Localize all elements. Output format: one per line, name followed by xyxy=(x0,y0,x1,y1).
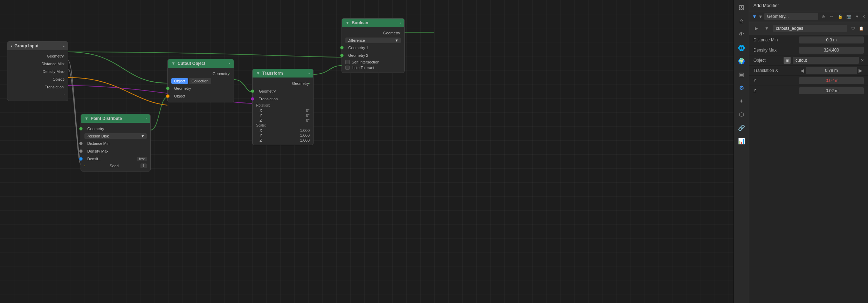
mod-shield-icon[interactable]: 🛡 xyxy=(849,25,857,32)
node-editor[interactable]: ▪ Group Input ▪ Geometry Distance Min De… xyxy=(0,0,733,303)
pi-lock-icon[interactable]: 🔒 xyxy=(836,13,844,20)
pd-distmin-in: Distance Min xyxy=(81,140,150,147)
sidebar-scene-icon[interactable]: 🌐 xyxy=(735,41,748,54)
transform-body: Geometry Geometry Translation Rotation: … xyxy=(253,78,313,145)
translation-x-label: Translation X xyxy=(753,68,799,73)
panel-main-close[interactable]: × xyxy=(862,14,865,19)
mod-copy-icon[interactable]: 📋 xyxy=(857,25,865,32)
cutout-collapse[interactable]: ▼ xyxy=(171,61,175,66)
sidebar-data-icon[interactable]: 📊 xyxy=(735,135,748,147)
boolean-geom-out: Geometry xyxy=(342,29,404,37)
add-modifier-bar: Add Modifier xyxy=(749,0,868,11)
sidebar-modifier-icon[interactable]: ⚙ xyxy=(735,81,748,94)
pi-edit-icon[interactable]: ✏ xyxy=(828,13,836,20)
y-label: Y xyxy=(753,78,799,83)
socket-densitymax-out xyxy=(64,71,64,72)
panel-icons-row: ⊘ ✏ 🔒 📷 ▼ xyxy=(820,13,861,20)
translation-x-next[interactable]: ▶ xyxy=(857,68,864,73)
translation-x-prev[interactable]: ◀ xyxy=(799,68,806,73)
boolean-body: Geometry Difference ▼ Geometry 1 Geometr… xyxy=(342,27,404,73)
distance-min-label: Distance Min xyxy=(753,38,799,42)
z-value[interactable]: -0.02 m xyxy=(799,87,864,94)
group-input-node[interactable]: ▪ Group Input ▪ Geometry Distance Min De… xyxy=(7,41,68,101)
group-input-distance-min: Distance Min xyxy=(7,60,68,68)
distance-min-value[interactable]: 0.3 m xyxy=(799,36,864,43)
object-prop-label: Object xyxy=(753,58,781,63)
tab-collection[interactable]: Collection xyxy=(189,78,211,84)
panel-expand-arrow[interactable]: ▼ xyxy=(752,14,757,19)
sidebar-icons: 🖼 🖨 👁 🌐 🌍 ▣ ⚙ ✦ ⬡ 🔗 📊 xyxy=(733,0,749,303)
socket-cutout-geom-in xyxy=(166,87,170,90)
cutout-header: ▼ Cutout Object ▪ xyxy=(168,59,234,68)
group-input-geometry: Geometry xyxy=(7,52,68,60)
y-value[interactable]: -0.02 m xyxy=(799,77,864,84)
sidebar-output-icon[interactable]: 🖨 xyxy=(735,15,748,27)
mod-expand[interactable]: ▶ xyxy=(752,24,760,33)
density-max-row: Density Max 324.400 xyxy=(749,45,868,55)
boolean-collapse[interactable]: ▼ xyxy=(345,20,350,25)
transform-header: ▼ Transform ▪ xyxy=(253,69,313,78)
transform-close[interactable]: ▪ xyxy=(308,72,310,75)
socket-extra-out xyxy=(64,94,64,95)
transform-scale-label: Scale: xyxy=(253,123,313,128)
pd-geometry-in: Geometry xyxy=(81,125,150,133)
cutout-tabs[interactable]: Object Collection xyxy=(171,78,230,84)
boolean-header: ▼ Boolean ▪ xyxy=(342,19,404,27)
boolean-dropdown[interactable]: Difference ▼ xyxy=(345,38,401,43)
point-distribute-node[interactable]: ▼ Point Distribute ▪ Geometry Poisson Di… xyxy=(81,114,151,171)
sidebar-world-icon[interactable]: 🌍 xyxy=(735,55,748,67)
translation-z-row: Z -0.02 m xyxy=(749,86,868,96)
transform-scale-y: Y 1.000 xyxy=(253,133,313,138)
boolean-node[interactable]: ▼ Boolean ▪ Geometry Difference ▼ Geomet… xyxy=(342,18,405,73)
transform-collapse[interactable]: ▼ xyxy=(256,71,260,76)
point-dist-collapse[interactable]: ▼ xyxy=(84,116,89,121)
cutout-geom-in: Geometry xyxy=(168,85,234,92)
boolean-close[interactable]: ▪ xyxy=(399,21,401,25)
sidebar-physics-icon[interactable]: ⬡ xyxy=(735,108,748,121)
transform-rotation-label: Rotation: xyxy=(253,103,313,108)
transform-rot-x: X 0° xyxy=(253,108,313,113)
boolean-hole-tolerant[interactable]: Hole Tolerant xyxy=(342,65,404,70)
pd-seed-row: Seed 1 xyxy=(81,163,150,169)
translation-y-row: Y -0.02 m xyxy=(749,76,868,86)
boolean-self-intersect[interactable]: Self Intersection xyxy=(342,59,404,65)
transform-scale-x: X 1.000 xyxy=(253,128,313,133)
checkbox-self-intersect[interactable] xyxy=(345,60,350,64)
sidebar-constraints-icon[interactable]: 🔗 xyxy=(735,121,748,134)
pd-dropdown[interactable]: Poisson Disk ▼ xyxy=(84,133,147,139)
socket-bool-geom2 xyxy=(340,54,344,57)
properties-panel: Add Modifier ▼ ▼ Geometry... ⊘ ✏ 🔒 📷 ▼ ×… xyxy=(749,0,868,303)
panel-title: Geometry... xyxy=(764,13,818,20)
group-input-close[interactable]: ▪ xyxy=(63,44,64,48)
socket-bool-geom1 xyxy=(340,46,344,49)
object-value[interactable]: cutout xyxy=(793,57,859,64)
group-input-header: ▪ Group Input ▪ xyxy=(7,42,68,50)
pi-filter-icon[interactable]: ⊘ xyxy=(820,13,827,20)
group-input-icon: ▪ xyxy=(11,43,12,48)
sidebar-view-icon[interactable]: 👁 xyxy=(735,28,748,41)
cutout-close[interactable]: ▪ xyxy=(229,62,230,66)
sidebar-object-icon[interactable]: ▣ xyxy=(735,68,748,81)
transform-node[interactable]: ▼ Transform ▪ Geometry Geometry Translat… xyxy=(252,69,314,145)
tab-object[interactable]: Object xyxy=(171,78,188,84)
group-input-body: Geometry Distance Min Density Max Object… xyxy=(7,50,68,101)
translation-x-value[interactable]: 0.78 m xyxy=(806,67,857,74)
density-max-value[interactable]: 324.400 xyxy=(799,47,864,54)
transform-title: Transform xyxy=(262,71,283,76)
socket-pd-densmax xyxy=(79,149,83,153)
panel-expand-icon[interactable]: ▼ xyxy=(758,14,763,19)
object-clear-button[interactable]: × xyxy=(861,58,864,63)
density-max-label: Density Max xyxy=(753,48,799,53)
sidebar-render-icon[interactable]: 🖼 xyxy=(735,1,748,14)
cutout-object-node[interactable]: ▼ Cutout Object ▪ Geometry Object Collec… xyxy=(167,59,234,102)
point-dist-close[interactable]: ▪ xyxy=(145,117,147,121)
mod-icons-row: 🛡 📋 xyxy=(849,25,865,32)
pi-collapse-icon[interactable]: ▼ xyxy=(853,13,861,20)
prop-section: Distance Min 0.3 m Density Max 324.400 O… xyxy=(749,35,868,96)
pi-camera-icon[interactable]: 📷 xyxy=(845,13,853,20)
group-input-object: Object xyxy=(7,75,68,83)
socket-translation-out xyxy=(64,87,64,87)
checkbox-hole-tolerant[interactable] xyxy=(345,66,350,70)
sidebar-particles-icon[interactable]: ✦ xyxy=(735,95,748,107)
group-input-title: Group Input xyxy=(14,43,39,48)
